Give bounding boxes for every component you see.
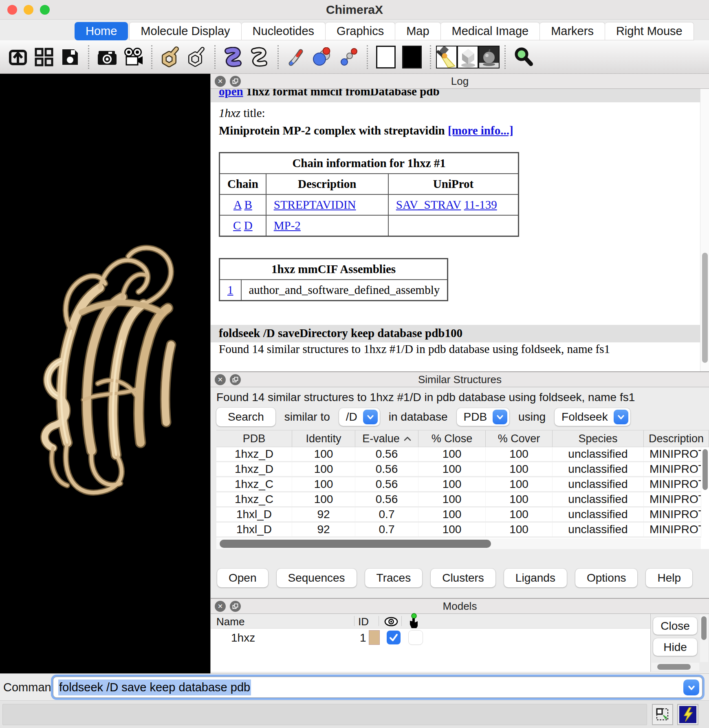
show-atoms-icon[interactable]: [157, 44, 183, 70]
window-title: ChimeraX: [0, 0, 709, 20]
models-vertical-scrollbar-thumb[interactable]: [701, 616, 707, 640]
column-header-species[interactable]: Species: [553, 430, 644, 447]
model-row-1hxz[interactable]: 1hxz 1: [211, 629, 650, 647]
open-file-icon[interactable]: [5, 44, 31, 70]
command-history-chevron-icon[interactable]: [683, 679, 699, 695]
options-button[interactable]: Options: [575, 569, 638, 587]
similar-structure-row[interactable]: 1hxz_D1000.56100100unclassifiedMINIPROT: [216, 462, 709, 477]
table-vertical-scrollbar[interactable]: [701, 447, 709, 538]
similar-structures-actions: Open Sequences Traces Clusters Ligands O…: [217, 569, 692, 587]
table-vertical-scrollbar-thumb[interactable]: [702, 449, 708, 490]
undock-panel-icon[interactable]: [230, 601, 241, 612]
soft-lighting-icon[interactable]: [457, 46, 478, 68]
simple-lighting-icon[interactable]: [436, 46, 457, 68]
chevron-down-icon[interactable]: [614, 410, 628, 424]
models-horizontal-scrollbar-thumb[interactable]: [657, 664, 691, 670]
tab-right-mouse[interactable]: Right Mouse: [605, 22, 694, 40]
fast-mode-button[interactable]: [677, 704, 698, 725]
chevron-down-icon[interactable]: [493, 410, 507, 424]
tab-graphics[interactable]: Graphics: [326, 22, 395, 40]
model-selected-checkbox[interactable]: [409, 631, 423, 644]
more-info-link[interactable]: [more info...]: [448, 124, 513, 137]
white-background-icon[interactable]: [373, 44, 399, 70]
database-select[interactable]: PDB: [457, 408, 510, 426]
method-select[interactable]: Foldseek: [555, 408, 630, 426]
chevron-down-icon[interactable]: [363, 410, 378, 424]
model-color-swatch[interactable]: [369, 630, 380, 645]
stick-style-icon[interactable]: [284, 44, 310, 70]
model-hide-button[interactable]: Hide: [653, 638, 697, 656]
ball-and-stick-style-icon[interactable]: [336, 44, 362, 70]
table-horizontal-scrollbar-thumb[interactable]: [220, 540, 491, 548]
chain-select[interactable]: /D: [339, 408, 380, 426]
graphics-viewport[interactable]: [0, 74, 210, 673]
chain-d-link[interactable]: D: [244, 219, 253, 232]
log-scrollbar-thumb[interactable]: [702, 253, 708, 363]
log-panel: ✕ Log open 1hxz format mmcif fromDatabas…: [211, 74, 709, 371]
tab-map[interactable]: Map: [395, 22, 440, 40]
column-header-close[interactable]: % Close: [418, 430, 486, 447]
similar-to-label: similar to: [284, 410, 330, 424]
close-panel-icon[interactable]: ✕: [215, 76, 226, 87]
chain-c-link[interactable]: C: [233, 219, 241, 232]
snapshot-icon[interactable]: [94, 44, 120, 70]
close-panel-icon[interactable]: ✕: [215, 374, 226, 385]
models-vertical-scrollbar[interactable]: [700, 615, 708, 662]
column-header-pdb[interactable]: PDB: [216, 430, 292, 447]
tab-molecule-display[interactable]: Molecule Display: [129, 22, 241, 40]
open-command-link[interactable]: open: [219, 89, 243, 98]
assembly-1-link[interactable]: 1: [227, 283, 233, 296]
command-input[interactable]: foldseek /D save keep database pdb: [53, 677, 702, 698]
similar-structure-row[interactable]: 1hxz_D1000.56100100unclassifiedMINIPROT: [216, 447, 709, 462]
sequences-button[interactable]: Sequences: [277, 569, 357, 587]
column-header-description[interactable]: Description: [644, 430, 709, 447]
hide-atoms-icon[interactable]: [183, 44, 209, 70]
model-shown-checkbox[interactable]: [387, 631, 401, 644]
chain-a-link[interactable]: A: [233, 198, 241, 211]
model-close-button[interactable]: Close: [653, 617, 697, 635]
similar-structure-row[interactable]: 1hxz_C1000.56100100unclassifiedMINIPROT: [216, 477, 709, 492]
zoom-icon[interactable]: [511, 44, 537, 70]
column-header-cover[interactable]: % Cover: [486, 430, 553, 447]
resize-graphics-button[interactable]: [652, 704, 673, 725]
similar-structure-row[interactable]: 1hxl_D920.7100100unclassifiedMINIPROT: [216, 523, 709, 538]
home-toolbar: [0, 40, 709, 74]
similar-structure-row[interactable]: 1hxl_D920.7100100unclassifiedMINIPROT: [216, 507, 709, 523]
toolbar-divider: [367, 45, 368, 69]
clusters-button[interactable]: Clusters: [431, 569, 495, 587]
uniprot-range-link[interactable]: 11-139: [464, 198, 497, 211]
chain-b-link[interactable]: B: [244, 198, 252, 211]
full-lighting-icon[interactable]: [478, 46, 500, 68]
save-session-icon[interactable]: [57, 44, 83, 70]
show-cartoons-icon[interactable]: [220, 44, 247, 70]
help-button[interactable]: Help: [646, 569, 692, 587]
status-message-field: [2, 704, 647, 725]
tab-home[interactable]: Home: [75, 22, 128, 40]
log-scrollbar[interactable]: [700, 89, 709, 371]
ligands-button[interactable]: Ligands: [504, 569, 567, 587]
close-panel-icon[interactable]: ✕: [215, 601, 226, 612]
sphere-style-icon[interactable]: [310, 44, 336, 70]
tab-markers[interactable]: Markers: [540, 22, 605, 40]
mp2-link[interactable]: MP-2: [274, 219, 301, 232]
recent-files-icon[interactable]: [31, 44, 57, 70]
streptavidin-link[interactable]: STREPTAVIDIN: [274, 198, 356, 211]
undock-panel-icon[interactable]: [230, 374, 241, 385]
black-background-icon[interactable]: [399, 44, 425, 70]
search-button[interactable]: Search: [216, 408, 275, 426]
open-button[interactable]: Open: [217, 569, 268, 587]
tab-medical-image[interactable]: Medical Image: [441, 22, 540, 40]
table-horizontal-scrollbar[interactable]: [216, 538, 701, 549]
undock-panel-icon[interactable]: [230, 76, 241, 87]
column-header-identity[interactable]: Identity: [292, 430, 355, 447]
hide-cartoons-icon[interactable]: [247, 44, 273, 70]
chain-row-cd: C D MP-2: [220, 215, 519, 236]
toolbar-divider: [151, 45, 152, 69]
record-movie-icon[interactable]: [120, 44, 146, 70]
uniprot-name-link[interactable]: SAV_STRAV: [396, 198, 461, 211]
tab-nucleotides[interactable]: Nucleotides: [242, 22, 326, 40]
column-header-evalue[interactable]: E-value: [355, 430, 418, 447]
models-horizontal-scrollbar[interactable]: [652, 663, 699, 671]
traces-button[interactable]: Traces: [365, 569, 423, 587]
similar-structure-row[interactable]: 1hxz_C1000.56100100unclassifiedMINIPROT: [216, 492, 709, 507]
